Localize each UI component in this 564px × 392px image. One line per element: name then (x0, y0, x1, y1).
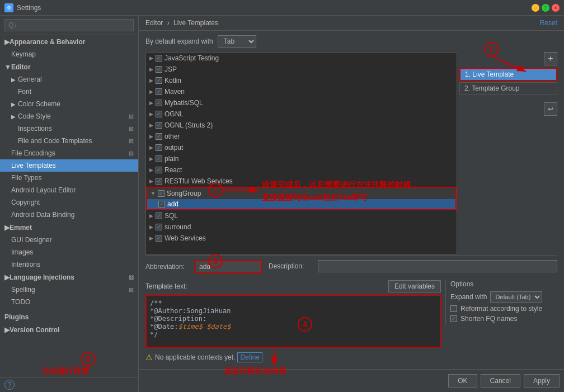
sidebar-item-gui-designer[interactable]: GUI Designer (0, 234, 138, 246)
checkbox-plain[interactable] (156, 155, 162, 162)
sidebar-item-general[interactable]: ▶ General (0, 73, 138, 86)
sidebar-item-images[interactable]: Images (0, 246, 138, 258)
ok-button[interactable]: OK (448, 374, 477, 388)
reset-button[interactable]: Reset (540, 19, 557, 27)
apply-button[interactable]: Apply (524, 374, 560, 388)
group-plain[interactable]: ▶ plain (146, 153, 457, 164)
sidebar-label: Version Control (10, 326, 59, 334)
group-sql[interactable]: ▶ SQL (146, 210, 457, 221)
sidebar-item-live-templates[interactable]: Live Templates (0, 159, 138, 172)
checkbox-ognl-struts[interactable] (156, 122, 162, 129)
template-item-add[interactable]: add (147, 199, 455, 209)
checkbox-ognl[interactable] (156, 111, 162, 117)
group-maven[interactable]: ▶ Maven (146, 86, 457, 97)
template-text-header: Template text: Edit variables (145, 280, 441, 292)
sidebar-label: Android Data Binding (11, 211, 74, 219)
sidebar-item-todo[interactable]: TODO (0, 296, 138, 308)
group-jsp[interactable]: ▶ JSP (146, 64, 457, 75)
group-other[interactable]: ▶ other (146, 131, 457, 142)
settings-content: By default expand with Tab Enter Space ▶ (139, 31, 564, 369)
help-icon[interactable]: ? (4, 380, 15, 390)
breadcrumb-live-templates: Live Templates (173, 19, 218, 27)
sidebar-label: File Types (11, 174, 41, 182)
group-label: React (164, 166, 182, 174)
sidebar-item-android-data-binding[interactable]: Android Data Binding (0, 209, 138, 221)
arrow-icon: ▶ (149, 78, 153, 83)
sidebar-item-spelling[interactable]: Spelling ⊠ (0, 284, 138, 296)
bottom-buttons: OK Cancel Apply (139, 369, 564, 392)
checkbox-jsp[interactable] (156, 66, 162, 73)
group-surround[interactable]: ▶ surround (146, 221, 457, 233)
inspections-icon: ⊠ (129, 125, 134, 133)
group-label: other (164, 133, 180, 140)
sidebar-item-file-encodings[interactable]: File Encodings ⊠ (0, 147, 138, 159)
reformat-checkbox[interactable] (450, 305, 457, 312)
template-group-option[interactable]: 2. Template Group (459, 82, 557, 95)
sidebar-item-keymap[interactable]: Keymap (0, 48, 138, 60)
checkbox-surround[interactable] (156, 224, 162, 230)
sidebar-item-appearance[interactable]: ▶ Appearance & Behavior (0, 35, 138, 48)
search-input[interactable] (4, 19, 134, 31)
sidebar-item-language-injections[interactable]: ▶ Language Injections ⊠ (0, 271, 138, 284)
group-output[interactable]: ▶ output (146, 142, 457, 153)
define-link[interactable]: Define (237, 352, 262, 362)
expand-select[interactable]: Tab Enter Space (218, 35, 256, 48)
sidebar-item-file-types[interactable]: File Types (0, 172, 138, 184)
code-line-4: *@Date:$time$ $date$ (150, 323, 436, 330)
group-kotlin[interactable]: ▶ Kotlin (146, 75, 457, 86)
checkbox-kotlin[interactable] (156, 77, 162, 84)
template-code-area[interactable]: /** *@Author:SongJiaHuan *@Description: … (145, 295, 441, 348)
group-web-services[interactable]: ▶ Web Services (146, 233, 457, 244)
group-label: output (164, 144, 183, 152)
sidebar-item-version-control[interactable]: ▶ Version Control (0, 323, 138, 336)
checkbox-javascript-testing[interactable] (156, 55, 162, 62)
live-template-option[interactable]: 1. Live Template (459, 68, 557, 81)
sidebar-item-editor[interactable]: ▼ Editor (0, 60, 138, 73)
sidebar-item-inspections[interactable]: Inspections ⊠ (0, 122, 138, 135)
sidebar-item-intentions[interactable]: Intentions (0, 258, 138, 271)
arrow-icon: ▶ (149, 156, 153, 162)
sidebar-item-color-scheme[interactable]: ▶ Color Scheme (0, 98, 138, 110)
sidebar-item-code-style[interactable]: ▶ Code Style ⊠ (0, 110, 138, 122)
checkbox-add[interactable] (158, 201, 165, 207)
sidebar-item-emmet[interactable]: ▶ Emmet (0, 221, 138, 234)
description-input[interactable] (318, 260, 557, 272)
close-button[interactable]: × (552, 4, 560, 12)
sidebar-item-plugins[interactable]: Plugins (0, 310, 138, 323)
checkbox-sql[interactable] (156, 212, 162, 219)
checkbox-mybatis[interactable] (156, 100, 162, 106)
group-restful[interactable]: ▶ RESTful Web Services (146, 176, 457, 187)
group-javascript-testing[interactable]: ▶ JavaScript Testing (146, 53, 457, 64)
sidebar-item-file-code-templates[interactable]: File and Code Templates ⊠ (0, 135, 138, 147)
checkbox-songgroup[interactable] (158, 190, 164, 197)
checkbox-output[interactable] (156, 144, 162, 151)
group-react[interactable]: ▶ React (146, 164, 457, 176)
arrow-icon: ▶ (11, 101, 16, 107)
checkbox-react[interactable] (156, 167, 162, 173)
checkbox-web-services[interactable] (156, 235, 162, 242)
checkbox-maven[interactable] (156, 88, 162, 95)
group-ognl-struts[interactable]: ▶ OGNL (Struts 2) (146, 120, 457, 131)
maximize-button[interactable]: □ (542, 4, 549, 12)
sidebar-item-android-layout[interactable]: Android Layout Editor (0, 184, 138, 196)
expand-with-select[interactable]: Default (Tab) Tab Enter Space (490, 291, 542, 303)
add-button[interactable]: + (544, 52, 557, 65)
minimize-button[interactable]: − (532, 4, 539, 12)
abbreviation-input[interactable] (195, 260, 262, 273)
group-mybatis[interactable]: ▶ Mybatis/SQL (146, 97, 457, 108)
checkbox-restful[interactable] (156, 178, 162, 185)
undo-button[interactable]: ↩ (544, 102, 557, 116)
checkbox-other[interactable] (156, 133, 162, 140)
group-ognl[interactable]: ▶ OGNL (146, 108, 457, 120)
group-songgroup[interactable]: ▼ SongGroup (147, 188, 455, 199)
sidebar-item-font[interactable]: Font (0, 86, 138, 98)
sidebar-item-copyright[interactable]: Copyright (0, 196, 138, 209)
expand-row: By default expand with Tab Enter Space (145, 35, 557, 48)
breadcrumb: Editor › Live Templates Reset (139, 16, 564, 31)
arrow-icon: ▶ (149, 111, 153, 117)
shorten-checkbox[interactable] (450, 315, 457, 322)
cancel-button[interactable]: Cancel (481, 374, 520, 388)
arrow-icon: ▶ (149, 167, 153, 173)
edit-variables-button[interactable]: Edit variables (388, 280, 441, 292)
two-panel: ▶ JavaScript Testing ▶ JSP ▶ (145, 52, 557, 255)
